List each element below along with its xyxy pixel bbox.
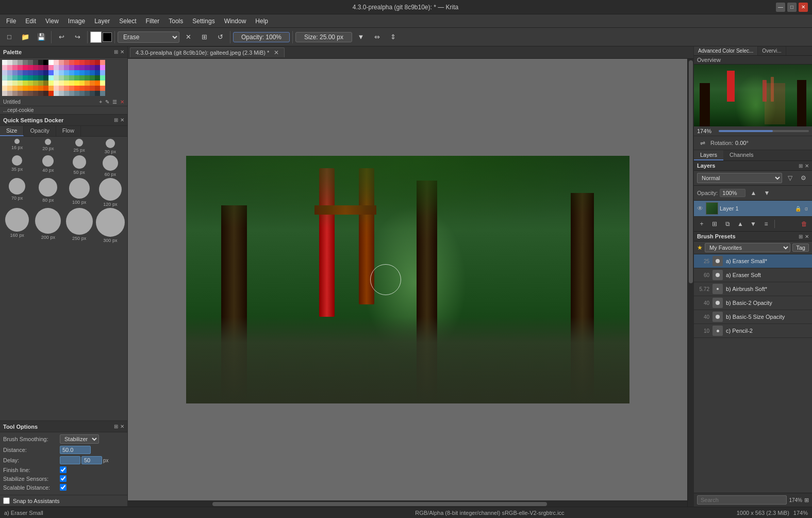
palette-cell[interactable] [54,65,59,70]
brush-size-item[interactable]: 200 px [33,208,63,243]
palette-cell[interactable] [33,91,38,96]
palette-cell[interactable] [59,80,64,86]
palette-cell[interactable] [12,86,18,91]
palette-cell[interactable] [54,60,59,65]
palette-cell[interactable] [64,91,69,96]
palette-cell[interactable] [100,65,105,70]
tool-options-close-icon[interactable]: ✕ [120,424,124,429]
menu-item-window[interactable]: Window [220,17,251,26]
delete-layer-button[interactable]: 🗑 [799,218,810,230]
mirror-h-button[interactable]: ⇔ [370,30,384,44]
layer-settings-button[interactable]: ⚙ [798,172,809,184]
palette-cell[interactable] [74,75,79,80]
palette-cell[interactable] [79,91,85,96]
palette-cell[interactable] [64,80,69,86]
palette-cell[interactable] [54,80,59,86]
palette-cell[interactable] [38,60,43,65]
palette-cell[interactable] [7,91,12,96]
palette-cell[interactable] [7,65,12,70]
palette-cell[interactable] [100,70,105,75]
palette-cell[interactable] [2,70,7,75]
new-document-button[interactable]: □ [2,30,16,44]
palette-cell[interactable] [54,91,59,96]
search-input[interactable] [697,495,787,505]
palette-cell[interactable] [18,75,23,80]
palette-cell[interactable] [64,86,69,91]
brush-size-item[interactable]: 60 px [95,155,125,177]
brush-preset-item[interactable]: 25a) Eraser Small* [694,254,812,268]
palette-cell[interactable] [18,91,23,96]
palette-cell[interactable] [100,91,105,96]
palette-cell[interactable] [48,65,54,70]
palette-cell[interactable] [38,86,43,91]
blend-mode-select[interactable]: Normal [697,173,782,183]
palette-cell[interactable] [95,75,100,80]
palette-cell[interactable] [23,91,28,96]
palette-cell[interactable] [59,65,64,70]
palette-cell[interactable] [38,65,43,70]
palette-cell[interactable] [28,70,33,75]
palette-cell[interactable] [12,60,18,65]
palette-cell[interactable] [79,75,85,80]
palette-cell[interactable] [2,75,7,80]
palette-cell[interactable] [64,65,69,70]
menu-item-layer[interactable]: Layer [90,17,114,26]
palette-cell[interactable] [74,91,79,96]
menu-item-file[interactable]: File [2,17,20,26]
brush-size-item[interactable]: 160 px [2,208,32,243]
palette-cell[interactable] [43,75,48,80]
palette-cell[interactable] [28,91,33,96]
size-options-button[interactable]: ▼ [354,30,368,44]
menu-item-select[interactable]: Select [115,17,140,26]
palette-cell[interactable] [59,75,64,80]
palette-cell[interactable] [38,75,43,80]
palette-cell[interactable] [23,80,28,86]
palette-cell[interactable] [12,75,18,80]
opacity-down-btn[interactable]: ▼ [761,187,772,199]
palette-cell[interactable] [79,80,85,86]
mirror-canvas-button[interactable]: ⇌ [697,137,708,149]
scroll-thumb-horizontal[interactable] [212,502,547,506]
menu-item-tools[interactable]: Tools [164,17,187,26]
palette-cell[interactable] [38,91,43,96]
palette-cell[interactable] [23,60,28,65]
layer-filter-button[interactable]: ▽ [784,172,796,184]
canvas-tab[interactable]: 4.3.0-prealpha (git 8c9b10e): galteed.jp… [130,47,285,57]
palette-cell[interactable] [95,60,100,65]
brush-reload-button[interactable]: ↺ [213,30,227,44]
palette-cell[interactable] [28,86,33,91]
tab-channels[interactable]: Channels [723,150,759,160]
palette-cell[interactable] [2,91,7,96]
brush-presets-options-icon[interactable]: ⊞ [799,234,803,239]
palette-cell[interactable] [7,60,12,65]
brush-size-item[interactable]: 80 px [33,178,63,207]
palette-cell[interactable] [100,60,105,65]
palette-cell[interactable] [43,80,48,86]
size-display[interactable]: Size: 25.00 px [295,32,352,42]
layer-lock-icon[interactable]: 🔒 [794,205,802,212]
palette-cell[interactable] [85,86,90,91]
tab-size[interactable]: Size [0,126,24,136]
group-layer-button[interactable]: ⊞ [709,218,720,230]
layers-close-icon[interactable]: ✕ [805,163,809,169]
brush-smoothing-select[interactable]: Stabilizer [60,434,99,444]
brush-size-item[interactable]: 40 px [33,155,63,177]
palette-cell[interactable] [85,60,90,65]
tag-button[interactable]: Tag [792,244,809,252]
menu-item-edit[interactable]: Edit [21,17,40,26]
palette-cell[interactable] [90,65,95,70]
brush-size-item[interactable]: 250 px [64,208,94,243]
brush-preset-item[interactable]: 40b) Basic-5 Size Opacity [694,310,812,324]
brush-presets-icons[interactable]: ⊞ ✕ [799,234,809,239]
palette-cell[interactable] [43,70,48,75]
palette-cell[interactable] [23,86,28,91]
quick-settings-header-icons[interactable]: ⊞ ✕ [114,117,124,123]
layer-visibility-button[interactable]: 👁 [696,204,704,213]
palette-cell[interactable] [74,86,79,91]
palette-cell[interactable] [90,80,95,86]
opacity-up-btn[interactable]: ▲ [748,187,759,199]
palette-cell[interactable] [48,70,54,75]
tool-options-header-icons[interactable]: ⊞ ✕ [114,424,124,429]
menu-item-filter[interactable]: Filter [142,17,164,26]
palette-cell[interactable] [23,75,28,80]
